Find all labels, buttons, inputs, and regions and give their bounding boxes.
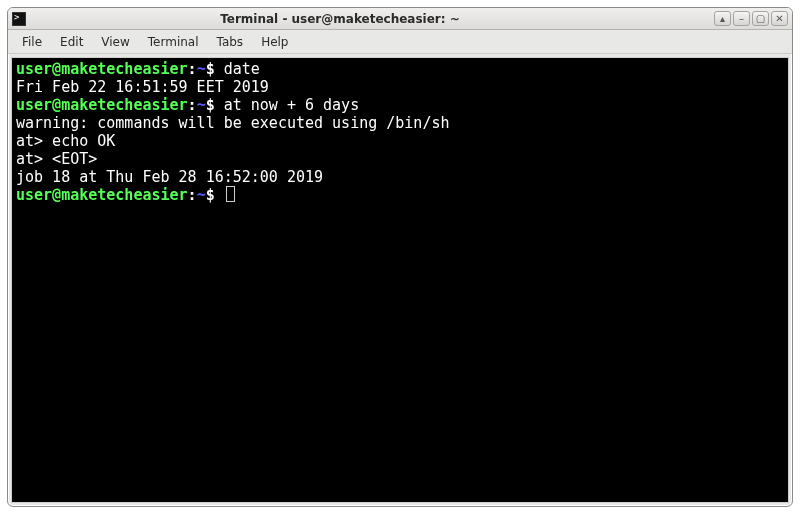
menu-file[interactable]: File bbox=[14, 32, 50, 52]
window-up-button[interactable]: ▴ bbox=[714, 11, 731, 26]
titlebar[interactable]: Terminal - user@maketecheasier: ~ ▴ – ▢ … bbox=[8, 8, 792, 30]
terminal-cursor bbox=[226, 186, 235, 202]
terminal-output-line: job 18 at Thu Feb 28 16:52:00 2019 bbox=[16, 168, 784, 186]
terminal-output-line: at> <EOT> bbox=[16, 150, 784, 168]
terminal-prompt-line: user@maketecheasier:~$ at now + 6 days bbox=[16, 96, 784, 114]
maximize-button[interactable]: ▢ bbox=[752, 11, 769, 26]
terminal-output-line: warning: commands will be executed using… bbox=[16, 114, 784, 132]
window-title: Terminal - user@maketecheasier: ~ bbox=[7, 12, 710, 26]
menu-tabs[interactable]: Tabs bbox=[209, 32, 252, 52]
terminal-output-line: Fri Feb 22 16:51:59 EET 2019 bbox=[16, 78, 784, 96]
terminal-prompt-line: user@maketecheasier:~$ date bbox=[16, 60, 784, 78]
terminal-icon bbox=[12, 12, 26, 26]
menu-view[interactable]: View bbox=[93, 32, 137, 52]
window-button-group: ▴ – ▢ ✕ bbox=[714, 11, 788, 26]
menu-help[interactable]: Help bbox=[253, 32, 296, 52]
menubar: File Edit View Terminal Tabs Help bbox=[8, 30, 792, 54]
close-button[interactable]: ✕ bbox=[771, 11, 788, 26]
menu-edit[interactable]: Edit bbox=[52, 32, 91, 52]
terminal-window: Terminal - user@maketecheasier: ~ ▴ – ▢ … bbox=[7, 7, 793, 507]
terminal-output-line: at> echo OK bbox=[16, 132, 784, 150]
menu-terminal[interactable]: Terminal bbox=[140, 32, 207, 52]
terminal-prompt-line: user@maketecheasier:~$ bbox=[16, 186, 784, 204]
terminal-content[interactable]: user@maketecheasier:~$ dateFri Feb 22 16… bbox=[11, 57, 789, 503]
minimize-button[interactable]: – bbox=[733, 11, 750, 26]
